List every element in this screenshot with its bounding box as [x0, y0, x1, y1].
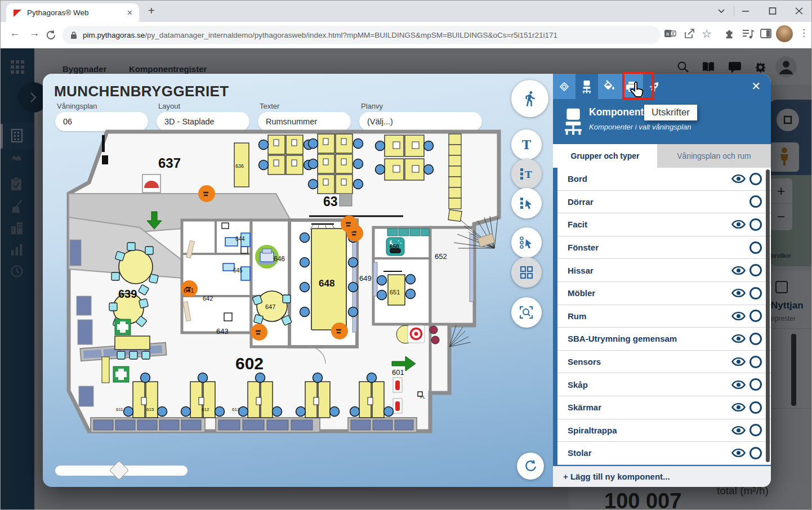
component-row[interactable]: Rum — [557, 305, 771, 328]
url-bar[interactable]: pim.pythagoras.se/py_datamanager_interna… — [63, 26, 661, 44]
component-select-circle[interactable] — [749, 287, 762, 299]
floorplan-dialog: MUNCHENBRYGGERIET Våningsplan06Layout3D … — [43, 74, 771, 487]
group-cursor-icon — [519, 236, 534, 249]
scrollbar-thumb[interactable] — [766, 169, 770, 462]
visibility-eye-icon[interactable] — [731, 381, 746, 389]
bookmark-star-icon[interactable]: ☆ — [702, 27, 712, 41]
component-select-circle[interactable] — [749, 241, 762, 254]
room-label: 602 — [235, 354, 264, 373]
building-title: MUNCHENBRYGGERIET — [54, 83, 229, 100]
floorplan-viewer: MUNCHENBRYGGERIET Våningsplan06Layout3D … — [43, 74, 553, 487]
share-icon[interactable] — [683, 28, 695, 40]
tab-v-ningsplan-och-rum[interactable]: Våningsplan och rum — [657, 144, 771, 168]
maximize-button[interactable] — [769, 6, 777, 16]
component-row[interactable]: Dörrar — [557, 191, 771, 214]
component-select-circle[interactable] — [749, 310, 762, 322]
component-label: Facit — [568, 220, 731, 229]
minimize-button[interactable] — [742, 6, 749, 16]
walk-mode-button[interactable] — [511, 80, 548, 117]
visibility-eye-icon[interactable] — [731, 334, 746, 343]
tab-close-icon[interactable]: × — [125, 8, 135, 18]
extensions-icon[interactable] — [724, 28, 736, 40]
components-chair-icon — [562, 106, 585, 137]
component-select-circle[interactable] — [749, 218, 762, 231]
text-tool-button[interactable]: T — [511, 129, 542, 160]
component-select-circle[interactable] — [749, 195, 762, 208]
panel-close-icon[interactable]: ✕ — [751, 79, 761, 93]
visibility-eye-icon[interactable] — [731, 266, 746, 275]
component-panel: ✕ Komponenter Komponenter i valt vånings… — [553, 74, 771, 487]
visibility-eye-icon[interactable] — [731, 426, 746, 435]
panel-toolbar: ✕ — [553, 74, 771, 99]
browser-toolbar: ← → pim.pythagoras.se/py_datamanager_int… — [1, 22, 812, 48]
components-tool-button[interactable] — [575, 74, 598, 99]
floors-tool-button[interactable] — [553, 74, 575, 99]
component-row[interactable]: Fönster — [557, 236, 771, 260]
component-row[interactable]: Stolar — [557, 442, 771, 465]
browser-menu-kebab-icon[interactable]: ⋮ — [799, 27, 809, 39]
browser-window: Pythagoras® Web × + ← → pim.pythagoras.s… — [0, 0, 812, 510]
browser-profile-avatar[interactable] — [776, 25, 793, 42]
component-row[interactable]: Hissar — [557, 259, 771, 282]
room-label: 648 — [319, 278, 334, 289]
grid-view-button[interactable] — [511, 257, 542, 288]
forward-icon[interactable]: → — [29, 27, 40, 39]
room-label: 643 — [216, 327, 229, 335]
component-label: Hissar — [568, 266, 731, 275]
list-text-tool-button[interactable]: T — [511, 159, 542, 189]
side-panel-icon[interactable] — [760, 28, 772, 40]
back-icon[interactable]: ← — [10, 27, 20, 39]
component-row[interactable]: Sensors — [557, 351, 771, 374]
visibility-eye-icon[interactable] — [731, 289, 746, 297]
zoom-to-selection-button[interactable] — [511, 297, 542, 328]
component-select-circle[interactable] — [749, 264, 762, 276]
component-row[interactable]: Spiraltrappa — [557, 419, 771, 442]
translate-icon[interactable]: a — [664, 28, 676, 40]
tab-grupper-och-typer[interactable]: Grupper och typer — [553, 144, 657, 168]
desk-cluster-b — [309, 134, 363, 194]
component-row[interactable]: SBA-Utrymning gemensam — [557, 328, 771, 351]
room-label: 650 — [390, 244, 399, 250]
component-row[interactable]: Facit — [557, 213, 771, 236]
lock-icon — [70, 31, 77, 39]
component-label: Bord — [568, 174, 731, 184]
paint-bucket-icon — [603, 80, 616, 93]
pythagoras-favicon — [13, 8, 22, 17]
close-button[interactable] — [795, 6, 803, 16]
component-select-circle[interactable] — [749, 424, 762, 436]
panel-subtitle: Komponenter i valt våningsplan — [589, 123, 691, 131]
group-select-tool-button[interactable] — [511, 227, 542, 258]
refresh-button[interactable] — [517, 453, 544, 480]
visibility-eye-icon[interactable] — [731, 312, 746, 320]
visibility-eye-icon[interactable] — [731, 449, 746, 457]
themes-tool-button[interactable] — [598, 74, 621, 99]
component-select-circle[interactable] — [749, 333, 762, 345]
zoom-slider[interactable] — [55, 466, 188, 476]
zoom-slider-handle[interactable] — [109, 460, 129, 480]
component-select-circle[interactable] — [749, 447, 762, 459]
new-tab-button[interactable]: + — [148, 5, 155, 17]
component-select-circle[interactable] — [749, 173, 762, 185]
component-row[interactable]: Bord — [557, 168, 771, 191]
visibility-eye-icon[interactable] — [731, 403, 746, 411]
reading-list-icon[interactable] — [742, 28, 755, 40]
reload-icon[interactable] — [45, 29, 56, 40]
tab-search-chevron-icon[interactable] — [717, 6, 726, 16]
component-row[interactable]: Skåp — [557, 373, 771, 396]
component-row[interactable]: Möbler — [557, 282, 771, 305]
visibility-eye-icon[interactable] — [731, 220, 746, 229]
component-list: BordDörrarFacitFönsterHissarMöblerRumSBA… — [553, 168, 771, 465]
component-row[interactable]: Skärmar — [557, 396, 771, 419]
component-select-circle[interactable] — [749, 356, 762, 368]
hand-cursor-icon — [629, 81, 647, 101]
visibility-eye-icon[interactable] — [731, 357, 746, 366]
floorplan-canvas[interactable]: 6376366363964164264364464564664764864965… — [55, 127, 510, 451]
visibility-eye-icon[interactable] — [731, 175, 746, 183]
browser-tab[interactable]: Pythagoras® Web × — [6, 3, 139, 22]
component-select-circle[interactable] — [749, 401, 762, 414]
component-select-circle[interactable] — [749, 378, 762, 391]
list-select-tool-button[interactable] — [511, 188, 542, 218]
room-label: 644 — [235, 236, 245, 242]
add-component-button[interactable]: + Lägg till ny komponent... — [553, 465, 771, 487]
component-label: Skärmar — [568, 402, 731, 412]
